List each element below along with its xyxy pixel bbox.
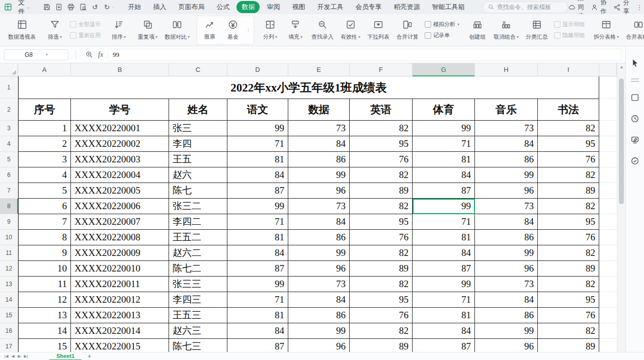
header-cell-书法[interactable]: 书法 bbox=[538, 99, 599, 121]
cell-D16[interactable]: 84 bbox=[227, 323, 288, 339]
cell-C14[interactable]: 李四三 bbox=[169, 292, 227, 308]
cell-F4[interactable]: 95 bbox=[350, 136, 413, 152]
history-icon[interactable] bbox=[629, 113, 640, 124]
column-header-C[interactable]: C bbox=[169, 63, 227, 76]
header-cell-学号[interactable]: 学号 bbox=[71, 99, 169, 121]
ribbon-button-排序[interactable]: 排序▾ bbox=[107, 17, 130, 43]
cell-B15[interactable]: XXXX20220013 bbox=[71, 308, 169, 323]
ribbon-button-股票[interactable]: 股票 bbox=[198, 17, 221, 43]
column-header-B[interactable]: B bbox=[71, 63, 169, 76]
share-button[interactable]: 分享 bbox=[613, 0, 629, 16]
vertical-scrollbar[interactable]: ▲ bbox=[617, 63, 625, 352]
tab-开发工具[interactable]: 开发工具 bbox=[312, 1, 348, 13]
first-sheet-icon[interactable]: |◀ bbox=[3, 354, 10, 358]
ribbon-button-筛选[interactable]: 筛选▾ bbox=[43, 17, 66, 43]
ribbon-button-创建组[interactable]: 创建组 bbox=[466, 17, 489, 43]
cell-C6[interactable]: 赵六 bbox=[169, 167, 227, 183]
cell-F17[interactable]: 89 bbox=[350, 339, 413, 352]
cell-A10[interactable]: 8 bbox=[18, 230, 71, 245]
cell-A13[interactable]: 11 bbox=[18, 277, 71, 292]
cell-H8[interactable]: 73 bbox=[475, 199, 538, 214]
tab-稻壳资源[interactable]: 稻壳资源 bbox=[388, 1, 425, 13]
cell-I6[interactable]: 82 bbox=[538, 167, 599, 183]
cell-B13[interactable]: XXXX20220011 bbox=[71, 277, 169, 292]
fill-handle[interactable] bbox=[473, 212, 476, 215]
cell-B14[interactable]: XXXX20220012 bbox=[71, 292, 169, 308]
cell-F5[interactable]: 76 bbox=[350, 152, 413, 167]
cell-G7[interactable]: 87 bbox=[413, 183, 475, 199]
row-header-15[interactable]: 15 bbox=[0, 308, 18, 323]
tab-智能工具箱[interactable]: 智能工具箱 bbox=[427, 1, 469, 13]
cell-H16[interactable]: 99 bbox=[475, 323, 538, 339]
column-header-I[interactable]: I bbox=[538, 63, 599, 76]
cell-C11[interactable]: 赵六二 bbox=[169, 245, 227, 261]
cell-G5[interactable]: 81 bbox=[413, 152, 475, 167]
empty-cell[interactable] bbox=[599, 245, 617, 261]
cell-I15[interactable]: 76 bbox=[538, 308, 599, 323]
row-header-13[interactable]: 13 bbox=[0, 277, 18, 292]
ribbon-button-模拟分析[interactable]: 模拟分析▾ bbox=[425, 21, 459, 28]
header-cell-数据[interactable]: 数据 bbox=[288, 99, 350, 121]
cell-I11[interactable]: 82 bbox=[538, 245, 599, 261]
customize-quick-access-icon[interactable]: ◦ bbox=[113, 5, 114, 10]
cell-I5[interactable]: 76 bbox=[538, 152, 599, 167]
cell-E11[interactable]: 99 bbox=[288, 245, 350, 261]
cell-I12[interactable]: 89 bbox=[538, 261, 599, 277]
cell-C7[interactable]: 陈七 bbox=[169, 183, 227, 199]
prev-sheet-icon[interactable]: ◀ bbox=[10, 354, 16, 358]
header-cell-姓名[interactable]: 姓名 bbox=[169, 99, 227, 121]
row-header-11[interactable]: 11 bbox=[0, 245, 18, 261]
cell-F9[interactable]: 95 bbox=[350, 214, 413, 230]
ribbon-button-合并表格[interactable]: 合并表格▾ bbox=[623, 17, 644, 43]
cell-D9[interactable]: 71 bbox=[227, 214, 288, 230]
cell-I14[interactable]: 95 bbox=[538, 292, 599, 308]
empty-cell[interactable] bbox=[599, 183, 617, 199]
tab-开始[interactable]: 开始 bbox=[123, 1, 146, 13]
ribbon-button-重复项[interactable]: 重复项▾ bbox=[135, 17, 160, 43]
cell-G13[interactable]: 99 bbox=[413, 277, 475, 292]
ribbon-button-重新应用[interactable]: 重新应用 bbox=[70, 32, 101, 39]
cell-B3[interactable]: XXXX20220001 bbox=[71, 121, 169, 136]
cell-H11[interactable]: 99 bbox=[475, 245, 538, 261]
cell-H3[interactable]: 73 bbox=[475, 121, 538, 136]
cell-A15[interactable]: 13 bbox=[18, 308, 71, 323]
column-header-A[interactable]: A bbox=[18, 63, 71, 76]
cell-H5[interactable]: 86 bbox=[475, 152, 538, 167]
column-header-D[interactable]: D bbox=[227, 63, 288, 76]
cell-H17[interactable]: 96 bbox=[475, 339, 538, 352]
zoom-search-icon[interactable] bbox=[83, 51, 95, 58]
cell-H13[interactable]: 73 bbox=[475, 277, 538, 292]
row-header-1[interactable]: 1 bbox=[0, 76, 18, 99]
ribbon-button-显示明细[interactable]: 显示明细 bbox=[554, 21, 585, 28]
column-header-H[interactable]: H bbox=[475, 63, 538, 76]
cell-F16[interactable]: 82 bbox=[350, 323, 413, 339]
column-header-F[interactable]: F bbox=[350, 63, 413, 76]
cell-I3[interactable]: 82 bbox=[538, 121, 599, 136]
tab-插入[interactable]: 插入 bbox=[148, 1, 171, 13]
cell-I17[interactable]: 89 bbox=[538, 339, 599, 352]
cell-G12[interactable]: 87 bbox=[413, 261, 475, 277]
cell-H14[interactable]: 84 bbox=[475, 292, 538, 308]
cell-G17[interactable]: 87 bbox=[413, 339, 475, 352]
print-preview-icon[interactable] bbox=[77, 2, 89, 12]
cell-D7[interactable]: 87 bbox=[227, 183, 288, 199]
cell-F6[interactable]: 82 bbox=[350, 167, 413, 183]
cell-G6[interactable]: 84 bbox=[413, 167, 475, 183]
empty-cell[interactable] bbox=[599, 277, 617, 292]
cell-E4[interactable]: 84 bbox=[288, 136, 350, 152]
cell-E5[interactable]: 86 bbox=[288, 152, 350, 167]
cell-B17[interactable]: XXXX20220015 bbox=[71, 339, 169, 352]
cell-D13[interactable]: 99 bbox=[227, 277, 288, 292]
tab-数据[interactable]: 数据 bbox=[236, 1, 260, 13]
cell-C15[interactable]: 王五三 bbox=[169, 308, 227, 323]
cell-I13[interactable]: 82 bbox=[538, 277, 599, 292]
cell-G15[interactable]: 81 bbox=[413, 308, 475, 323]
cell-A9[interactable]: 7 bbox=[18, 214, 71, 230]
add-sheet-icon[interactable]: + bbox=[88, 352, 92, 360]
cell-E6[interactable]: 99 bbox=[288, 167, 350, 183]
empty-cell[interactable] bbox=[599, 292, 617, 308]
empty-cell[interactable] bbox=[599, 261, 617, 277]
cell-G3[interactable]: 99 bbox=[413, 121, 475, 136]
cell-D14[interactable]: 71 bbox=[227, 292, 288, 308]
empty-cell[interactable] bbox=[599, 121, 617, 136]
